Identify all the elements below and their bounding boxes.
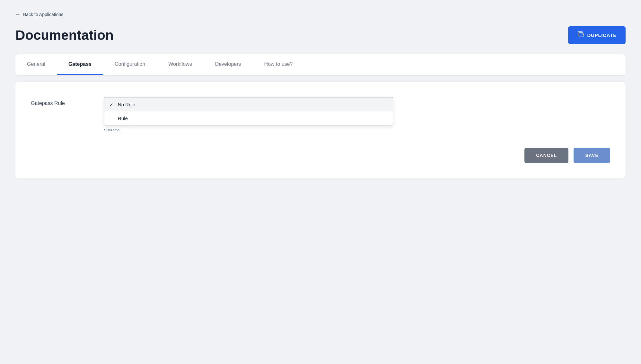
tab-developers[interactable]: Developers	[204, 54, 253, 75]
dropdown-option-no-rule[interactable]: ✓ No Rule	[104, 98, 393, 111]
back-to-applications-link[interactable]: ← Back to Applications	[15, 12, 626, 17]
check-icon: ✓	[110, 102, 115, 107]
duplicate-button[interactable]: DUPLICATE	[568, 26, 626, 44]
dropdown-option-rule[interactable]: Rule	[104, 111, 393, 125]
option-no-rule-label: No Rule	[118, 102, 135, 107]
gatepass-rule-dropdown-container: No Rule ✓ No Rule Rule success.	[104, 97, 393, 132]
cancel-button[interactable]: CANCEL	[524, 148, 568, 163]
form-section: Gatepass Rule No Rule ✓ No Rule Rule	[31, 97, 610, 132]
success-text: success.	[104, 127, 393, 132]
save-button[interactable]: SAVE	[574, 148, 610, 163]
page-title: Documentation	[15, 28, 114, 43]
gatepass-rule-label: Gatepass Rule	[31, 97, 89, 106]
content-card: Gatepass Rule No Rule ✓ No Rule Rule	[15, 82, 626, 178]
option-rule-label: Rule	[118, 116, 128, 121]
back-link-label: Back to Applications	[23, 12, 63, 17]
duplicate-icon	[577, 31, 584, 39]
dropdown-menu: ✓ No Rule Rule	[104, 97, 393, 126]
tab-configuration[interactable]: Configuration	[103, 54, 157, 75]
tabs-row: General Gatepass Configuration Workflows…	[15, 54, 626, 75]
back-arrow-icon: ←	[15, 12, 21, 17]
header-row: Documentation DUPLICATE	[15, 26, 626, 44]
tabs-card: General Gatepass Configuration Workflows…	[15, 54, 626, 75]
tab-gatepass[interactable]: Gatepass	[57, 54, 103, 75]
tab-general[interactable]: General	[15, 54, 57, 75]
tab-workflows[interactable]: Workflows	[157, 54, 204, 75]
duplicate-button-label: DUPLICATE	[587, 32, 617, 38]
tab-how-to-use[interactable]: How to use?	[253, 54, 304, 75]
button-row: CANCEL SAVE	[31, 148, 610, 163]
